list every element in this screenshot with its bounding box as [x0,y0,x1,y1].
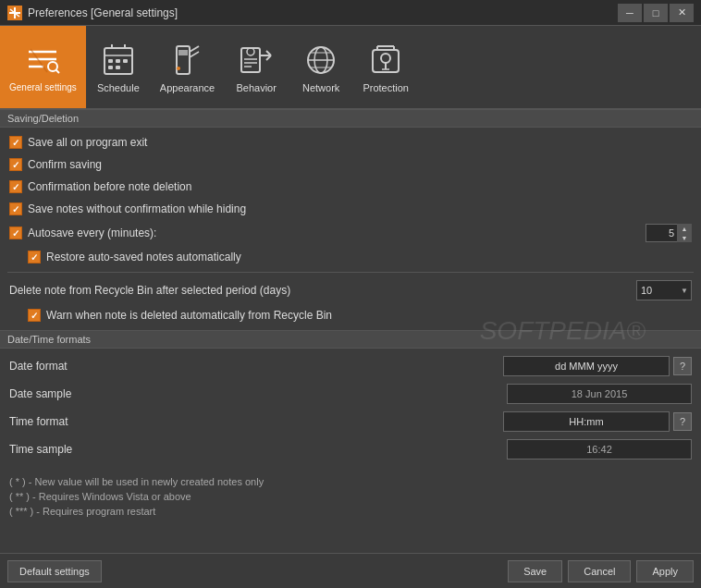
tab-protection[interactable]: Protection [353,26,418,108]
svg-line-24 [190,52,199,57]
window-controls[interactable]: ─ □ ✕ [618,4,694,22]
delete-recycle-control: 10 7 14 30 [636,280,692,300]
delete-recycle-text: Delete note from Recycle Bin after selec… [9,284,290,297]
warn-deletion-text: Warn when note is deleted automatically … [46,309,332,322]
delete-recycle-row: Delete note from Recycle Bin after selec… [0,276,701,304]
tab-protection-label: Protection [363,82,409,93]
autosave-control: ▲ ▼ [646,224,692,242]
note-3: ( *** ) - Requires program restart [9,504,692,519]
cancel-button[interactable]: Cancel [568,560,631,582]
notes-section: ( * ) - New value will be used in newly … [0,467,701,522]
save-all-checkbox[interactable] [9,136,22,149]
restore-autosaved-label[interactable]: Restore auto-saved notes automatically [28,251,692,263]
date-sample-input [507,384,692,404]
autosave-spinbox-wrap: ▲ ▼ [646,224,692,242]
autosave-increment[interactable]: ▲ [677,224,692,233]
toolbar: General settings Schedule [0,26,701,109]
autosave-label-wrap[interactable]: Autosave every (minutes): [9,227,156,239]
general-settings-icon [24,42,61,79]
protection-icon [367,42,404,79]
time-sample-label: Time sample [9,443,72,456]
svg-rect-18 [123,59,128,63]
time-format-control: ? [503,411,692,432]
confirm-saving-label[interactable]: Confirm saving [9,158,692,171]
autosave-spinbox-buttons: ▲ ▼ [677,224,692,242]
save-without-confirm-text: Save notes without confirmation while hi… [28,202,246,215]
date-sample-row: Date sample [0,380,701,408]
save-without-confirm-checkbox[interactable] [9,202,22,215]
restore-autosaved-row: Restore auto-saved notes automatically [0,246,701,268]
save-all-row: Save all on program exit [0,131,701,153]
datetime-settings: Date format ? Date sample Time format ? … [0,349,701,467]
svg-rect-22 [178,50,188,55]
warn-deletion-row: Warn when note is deleted automatically … [0,304,701,326]
confirm-deletion-row: Confirmation before note deletion [0,176,701,198]
save-without-confirm-row: Save notes without confirmation while hi… [0,198,701,220]
behavior-icon [238,42,275,79]
saving-separator [7,272,694,273]
close-button[interactable]: ✕ [670,4,694,22]
date-format-input[interactable] [503,356,670,376]
note-2: ( ** ) - Requires Windows Vista or above [9,489,692,504]
save-all-label[interactable]: Save all on program exit [9,136,692,149]
time-sample-input [507,439,692,459]
tab-general-settings[interactable]: General settings [0,26,86,108]
bottom-bar: Default settings Save Cancel Apply [0,553,701,588]
default-settings-button[interactable]: Default settings [7,560,102,582]
warn-deletion-label[interactable]: Warn when note is deleted automatically … [28,309,692,322]
date-format-help[interactable]: ? [673,357,692,375]
window-title: Preferences [General settings] [28,6,178,19]
time-format-label: Time format [9,415,68,428]
autosave-row: Autosave every (minutes): ▲ ▼ [0,220,701,246]
tab-schedule[interactable]: Schedule [86,26,151,108]
tab-appearance-label: Appearance [160,82,215,93]
app-icon [7,6,22,20]
confirm-saving-checkbox[interactable] [9,158,22,171]
warn-deletion-checkbox[interactable] [28,309,41,322]
autosave-checkbox[interactable] [9,227,22,239]
confirm-deletion-label[interactable]: Confirmation before note deletion [9,180,692,193]
time-sample-row: Time sample [0,435,701,463]
svg-rect-20 [116,66,120,69]
note-1: ( * ) - New value will be used in newly … [9,474,692,489]
saving-settings: Save all on program exit Confirm saving … [0,128,701,330]
network-icon [302,42,339,79]
schedule-icon [100,42,137,79]
appearance-icon [168,42,205,79]
confirm-deletion-text: Confirmation before note deletion [28,180,191,193]
tab-network[interactable]: Network [289,26,353,108]
save-button[interactable]: Save [508,560,562,582]
time-format-row: Time format ? [0,408,701,435]
confirm-deletion-checkbox[interactable] [9,180,22,193]
date-format-label: Date format [9,360,68,373]
tab-behavior-label: Behavior [236,82,276,93]
delete-recycle-dropdown-wrap: 10 7 14 30 [636,280,692,300]
title-bar-left: Preferences [General settings] [7,6,178,20]
time-format-help[interactable]: ? [673,412,692,431]
svg-rect-16 [108,59,113,63]
tab-schedule-label: Schedule [97,82,140,93]
confirm-saving-text: Confirm saving [28,158,102,171]
svg-point-25 [177,67,180,70]
content-area: Saving/Deletion Save all on program exit… [0,109,701,553]
apply-button[interactable]: Apply [636,560,694,582]
tab-behavior[interactable]: Behavior [224,26,289,108]
svg-rect-19 [108,66,113,69]
date-sample-label: Date sample [9,387,71,400]
minimize-button[interactable]: ─ [618,4,642,22]
maximize-button[interactable]: □ [644,4,668,22]
save-without-confirm-label[interactable]: Save notes without confirmation while hi… [9,202,692,215]
time-format-input[interactable] [503,411,670,432]
date-format-row: Date format ? [0,352,701,380]
time-sample-control [507,439,692,459]
autosave-decrement[interactable]: ▼ [677,233,692,242]
action-buttons: Save Cancel Apply [508,560,694,582]
svg-line-23 [190,46,199,52]
tab-network-label: Network [302,82,339,93]
svg-rect-17 [116,59,120,63]
save-all-text: Save all on program exit [28,136,147,149]
restore-autosaved-checkbox[interactable] [28,251,41,263]
delete-recycle-dropdown[interactable]: 10 7 14 30 [636,280,692,300]
tab-appearance[interactable]: Appearance [151,26,224,108]
autosave-text: Autosave every (minutes): [28,227,156,239]
